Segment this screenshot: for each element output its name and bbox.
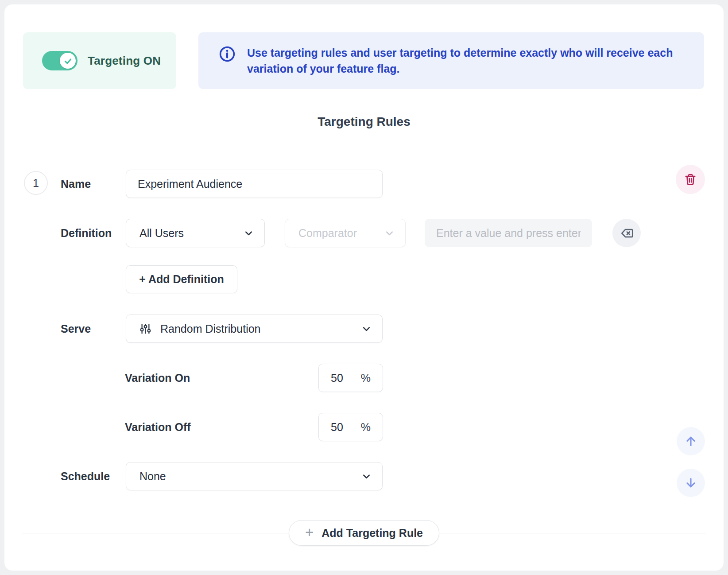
divider-line [22, 533, 289, 533]
info-banner-text: Use targeting rules and user targeting t… [247, 45, 694, 77]
check-icon [63, 56, 73, 66]
name-label: Name [61, 170, 91, 198]
divider-line [439, 533, 706, 533]
info-icon [219, 45, 236, 62]
footer-divider-row: + Add Targeting Rule [22, 520, 706, 546]
serve-label: Serve [61, 315, 91, 343]
plus-icon: + [305, 525, 314, 540]
comparator-select[interactable]: Comparator [285, 219, 406, 247]
chevron-down-icon [384, 228, 395, 238]
variation-on-label: Variation On [125, 364, 190, 392]
serve-select-value: Random Distribution [160, 322, 261, 335]
definition-label: Definition [61, 219, 112, 247]
divider-line [420, 122, 706, 122]
chevron-down-icon [361, 324, 372, 334]
move-rule-down-button[interactable] [677, 469, 705, 497]
schedule-select[interactable]: None [126, 462, 383, 490]
section-title: Targeting Rules [318, 115, 410, 129]
variation-off-weight[interactable]: % [318, 413, 383, 441]
rule-number-badge: 1 [24, 171, 48, 195]
toggle-knob [60, 53, 76, 69]
percent-unit: % [361, 421, 371, 434]
percent-unit: % [361, 372, 371, 385]
variation-off-label: Variation Off [125, 413, 191, 441]
section-heading: Targeting Rules [22, 112, 706, 132]
definition-value-input[interactable] [425, 219, 592, 247]
chevron-down-icon [244, 228, 254, 238]
arrow-up-icon [684, 435, 697, 448]
info-banner: Use targeting rules and user targeting t… [198, 32, 704, 89]
backspace-icon [620, 226, 634, 240]
add-definition-button[interactable]: + Add Definition [126, 265, 237, 293]
variation-off-input[interactable] [331, 421, 354, 434]
chevron-down-icon [361, 471, 372, 482]
variation-on-input[interactable] [331, 372, 354, 385]
targeting-toggle-card: Targeting ON [23, 32, 176, 89]
property-select[interactable]: All Users [126, 219, 265, 247]
rule-name-input[interactable] [126, 170, 383, 198]
arrow-down-icon [684, 476, 697, 490]
move-rule-up-button[interactable] [677, 427, 705, 455]
divider-line [22, 122, 308, 122]
schedule-label: Schedule [61, 462, 110, 490]
sliders-icon [139, 323, 151, 335]
trash-icon [684, 173, 697, 186]
page-background: Targeting ON Use targeting rules and use… [0, 0, 728, 575]
add-targeting-rule-button[interactable]: + Add Targeting Rule [289, 520, 439, 546]
targeting-toggle-label: Targeting ON [88, 54, 161, 68]
targeting-toggle[interactable] [42, 51, 77, 70]
clear-value-button[interactable] [612, 219, 641, 247]
add-targeting-rule-label: Add Targeting Rule [321, 527, 423, 540]
schedule-select-value: None [139, 470, 166, 483]
delete-rule-button[interactable] [676, 165, 705, 194]
serve-select[interactable]: Random Distribution [126, 315, 383, 343]
comparator-select-value: Comparator [298, 227, 357, 240]
property-select-value: All Users [139, 227, 184, 240]
variation-on-weight[interactable]: % [318, 364, 383, 392]
targeting-panel: Targeting ON Use targeting rules and use… [4, 4, 724, 571]
